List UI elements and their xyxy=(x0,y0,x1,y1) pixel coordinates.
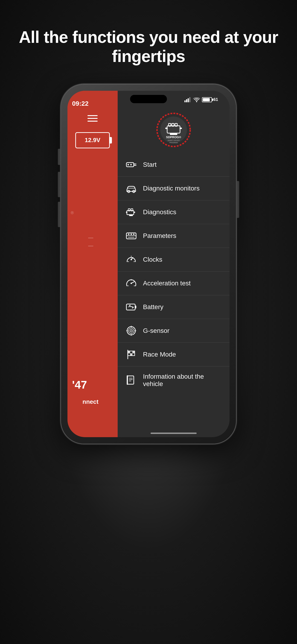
menu-list: Start Diagnostic monitors xyxy=(118,153,230,437)
menu-label-parameters: Parameters xyxy=(143,232,176,240)
battery-status-widget: 61 xyxy=(202,97,218,102)
menu-label-race-mode: Race Mode xyxy=(143,351,176,358)
connect-button[interactable]: nnect xyxy=(70,394,111,410)
svg-point-18 xyxy=(128,164,129,166)
svg-point-43 xyxy=(130,282,132,284)
svg-rect-2 xyxy=(188,98,189,102)
svg-rect-28 xyxy=(126,212,127,213)
home-indicator xyxy=(150,432,196,434)
svg-rect-65 xyxy=(130,353,132,356)
svg-point-33 xyxy=(128,234,130,235)
battery-voltage-widget: 12.9V xyxy=(75,132,110,148)
car-plug-icon xyxy=(126,160,136,170)
menu-item-clocks[interactable]: Clocks xyxy=(118,248,230,272)
svg-rect-29 xyxy=(134,212,135,213)
svg-rect-12 xyxy=(180,128,182,129)
left-sidebar: 09:22 12.9V ® —— '47 xyxy=(68,91,118,437)
svg-point-6 xyxy=(160,116,187,143)
side-button-mute xyxy=(58,149,60,165)
flag-icon xyxy=(126,349,136,360)
right-menu-panel: SDPROG® SMART DRIVER PROGRAM xyxy=(118,91,230,437)
hamburger-icon xyxy=(88,115,98,122)
connect-label: nnect xyxy=(82,398,98,405)
app-logo-area: SDPROG® SMART DRIVER PROGRAM xyxy=(118,104,230,153)
sidebar-time: 09:22 xyxy=(72,100,89,107)
svg-rect-48 xyxy=(135,306,136,308)
menu-item-parameters[interactable]: Parameters xyxy=(118,224,230,248)
side-button-power xyxy=(237,181,239,218)
speedometer-icon xyxy=(126,254,136,265)
svg-rect-13 xyxy=(170,133,177,135)
svg-point-19 xyxy=(130,164,132,166)
menu-label-vehicle-info: Information about the vehicle xyxy=(143,373,221,388)
sidebar-number: '47 xyxy=(72,378,87,391)
menu-item-battery[interactable]: Battery xyxy=(118,295,230,319)
svg-point-57 xyxy=(131,330,132,331)
svg-text:SMART DRIVER: SMART DRIVER xyxy=(168,140,180,141)
hero-title: All the functions you need at your finge… xyxy=(0,28,297,66)
battery-icon xyxy=(126,302,136,312)
menu-label-g-sensor: G-sensor xyxy=(143,327,170,334)
menu-item-diagnostic-monitors[interactable]: Diagnostic monitors xyxy=(118,177,230,200)
menu-item-acceleration-test[interactable]: Acceleration test xyxy=(118,272,230,295)
sidebar-status-bar: 09:22 xyxy=(68,91,118,109)
wifi-icon xyxy=(193,97,200,102)
sidebar-decoration: —— xyxy=(88,234,93,250)
phone-screen: 09:22 12.9V ® —— '47 xyxy=(68,91,230,437)
sidebar-bottom-info: '47 xyxy=(72,378,87,391)
svg-point-34 xyxy=(130,234,132,235)
registered-mark: ® xyxy=(71,210,74,215)
menu-item-diagnostics[interactable]: Diagnostics xyxy=(118,200,230,224)
svg-rect-1 xyxy=(186,99,187,102)
battery-voltage-value: 12.9V xyxy=(85,136,100,144)
signal-icon xyxy=(184,97,191,102)
menu-item-start[interactable]: Start xyxy=(118,153,230,177)
svg-text:SDPROG®: SDPROG® xyxy=(166,136,181,139)
book-icon xyxy=(126,375,136,386)
svg-rect-64 xyxy=(132,351,135,353)
battery-percent: 61 xyxy=(214,97,218,102)
side-button-volume-up xyxy=(58,172,60,197)
hamburger-menu[interactable] xyxy=(68,109,118,128)
svg-rect-11 xyxy=(165,128,168,129)
status-bar-icons: 61 xyxy=(184,97,218,102)
gauge-icon xyxy=(126,278,136,288)
car-icon xyxy=(126,183,136,194)
svg-rect-30 xyxy=(129,215,133,216)
svg-rect-3 xyxy=(189,97,190,102)
target-icon xyxy=(126,326,136,336)
svg-point-38 xyxy=(130,259,132,260)
menu-label-start: Start xyxy=(143,161,156,168)
menu-label-clocks: Clocks xyxy=(143,256,162,263)
dynamic-island xyxy=(130,95,167,103)
svg-point-35 xyxy=(133,234,134,235)
menu-item-g-sensor[interactable]: G-sensor xyxy=(118,319,230,343)
svg-point-4 xyxy=(196,101,197,102)
menu-label-acceleration-test: Acceleration test xyxy=(143,280,191,287)
phone-mockup: 09:22 12.9V ® —— '47 xyxy=(61,84,236,444)
side-button-volume-down xyxy=(58,202,60,227)
engine-icon xyxy=(126,207,136,218)
svg-rect-66 xyxy=(127,376,134,384)
settings-car-icon xyxy=(126,230,136,241)
sdprog-logo: SDPROG® SMART DRIVER PROGRAM xyxy=(155,112,192,148)
svg-rect-63 xyxy=(128,351,130,353)
menu-item-race-mode[interactable]: Race Mode xyxy=(118,343,230,366)
menu-label-battery: Battery xyxy=(143,303,164,311)
menu-item-vehicle-info[interactable]: Information about the vehicle xyxy=(118,366,230,394)
svg-rect-0 xyxy=(184,100,186,102)
menu-label-diagnostic-monitors: Diagnostic monitors xyxy=(143,185,200,192)
svg-text:PROGRAM: PROGRAM xyxy=(170,142,178,144)
menu-label-diagnostics: Diagnostics xyxy=(143,208,176,216)
svg-rect-17 xyxy=(126,162,134,167)
